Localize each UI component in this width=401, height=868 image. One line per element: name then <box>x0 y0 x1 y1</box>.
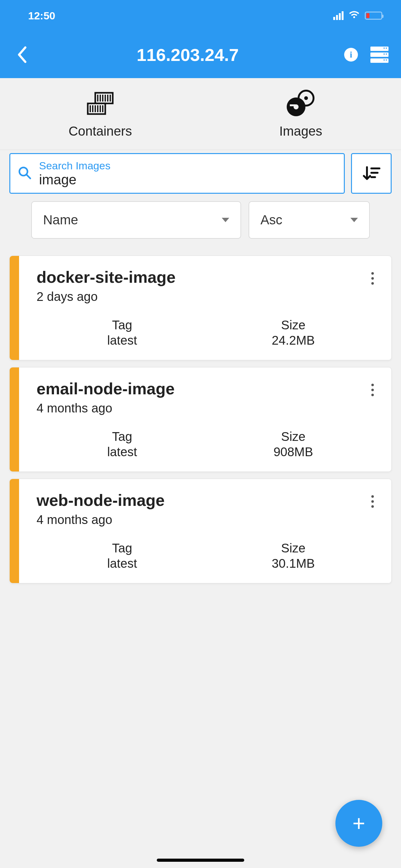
sort-direction-label: Asc <box>261 213 282 227</box>
size-label: Size <box>208 430 379 444</box>
status-bar: 12:50 <box>0 0 401 31</box>
tab-label: Containers <box>68 124 132 139</box>
size-value: 24.2MB <box>208 333 379 347</box>
status-stripe <box>10 479 19 583</box>
image-card[interactable]: email-node-image 4 months ago Tag latest… <box>9 367 392 472</box>
tag-label: Tag <box>37 430 208 444</box>
tab-images[interactable]: Images <box>201 78 401 150</box>
home-indicator <box>157 859 244 862</box>
tab-containers[interactable]: Containers <box>0 78 201 150</box>
chevron-down-icon <box>350 218 358 222</box>
plus-icon: + <box>353 812 365 834</box>
search-value: image <box>39 172 338 187</box>
info-button[interactable]: i <box>344 48 358 62</box>
image-created: 2 days ago <box>37 290 175 304</box>
tab-label: Images <box>279 124 322 139</box>
svg-rect-18 <box>290 104 295 106</box>
svg-line-20 <box>27 175 30 178</box>
page-title: 116.203.24.7 <box>31 45 344 65</box>
image-name: email-node-image <box>37 379 175 398</box>
tag-label: Tag <box>37 541 208 555</box>
status-time: 12:50 <box>28 10 55 22</box>
wifi-icon <box>348 10 360 22</box>
back-button[interactable] <box>12 46 31 63</box>
status-stripe <box>10 367 19 471</box>
sort-button[interactable] <box>351 153 392 194</box>
image-card[interactable]: web-node-image 4 months ago Tag latest S… <box>9 479 392 583</box>
server-button[interactable] <box>370 46 389 63</box>
sort-descending-icon <box>362 164 381 183</box>
nav-bar: 116.203.24.7 i <box>0 31 401 78</box>
chevron-down-icon <box>222 218 229 222</box>
svg-point-15 <box>304 96 308 100</box>
more-options-button[interactable] <box>366 491 379 508</box>
image-created: 4 months ago <box>37 401 175 415</box>
tag-value: latest <box>37 445 208 459</box>
sort-field-label: Name <box>43 213 78 227</box>
add-button[interactable]: + <box>335 800 382 847</box>
more-options-button[interactable] <box>366 379 379 396</box>
search-icon <box>18 166 32 181</box>
search-input[interactable]: Search Images image <box>9 153 345 194</box>
size-label: Size <box>208 318 379 332</box>
battery-icon <box>365 11 382 20</box>
sort-field-dropdown[interactable]: Name <box>31 201 241 239</box>
size-value: 908MB <box>208 445 379 459</box>
image-created: 4 months ago <box>37 513 165 527</box>
search-placeholder: Search Images <box>39 160 338 172</box>
containers-icon <box>85 89 116 118</box>
cellular-signal-icon <box>333 11 343 20</box>
images-list: docker-site-image 2 days ago Tag latest … <box>0 246 401 586</box>
image-name: docker-site-image <box>37 268 175 286</box>
sort-direction-dropdown[interactable]: Asc <box>248 201 370 239</box>
tag-value: latest <box>37 333 208 347</box>
image-card[interactable]: docker-site-image 2 days ago Tag latest … <box>9 256 392 360</box>
size-value: 30.1MB <box>208 556 379 570</box>
images-icon <box>283 89 318 118</box>
more-options-button[interactable] <box>366 268 379 285</box>
image-name: web-node-image <box>37 491 165 509</box>
size-label: Size <box>208 541 379 555</box>
tag-value: latest <box>37 556 208 570</box>
status-stripe <box>10 256 19 360</box>
tag-label: Tag <box>37 318 208 332</box>
tabs: Containers Images <box>0 78 401 150</box>
status-icons <box>333 10 382 22</box>
